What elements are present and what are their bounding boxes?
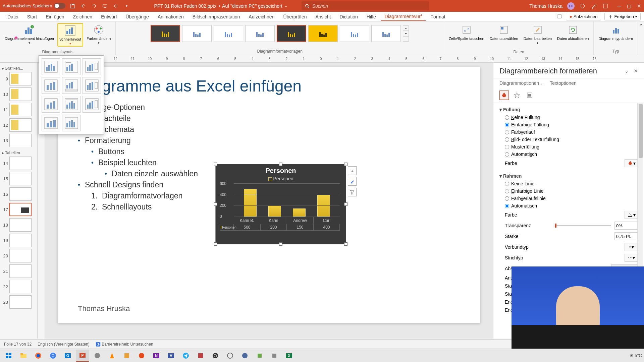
minimize-icon[interactable]: ─	[618, 3, 621, 9]
vlc-icon[interactable]	[105, 350, 119, 362]
chart-style-8[interactable]	[371, 25, 401, 42]
outlook-icon[interactable]: O	[61, 350, 74, 362]
weather-widget[interactable]: ☀ 5°C	[630, 353, 642, 358]
chart-style-5[interactable]	[277, 25, 306, 42]
visio-icon[interactable]: V	[164, 350, 178, 362]
border-solid-radio[interactable]: Einfarbige Linie	[499, 187, 638, 195]
gallery-more-icon[interactable]: ⋯	[403, 36, 409, 42]
chart-style-3[interactable]	[214, 25, 243, 42]
app-icon-2[interactable]	[120, 350, 133, 362]
slide-thumbnail-15[interactable]	[9, 172, 32, 185]
gallery-down-icon[interactable]: ▾	[403, 31, 409, 36]
slide-thumbnail-9[interactable]	[9, 72, 32, 85]
tab-uebergaenge[interactable]: Übergänge	[122, 13, 153, 21]
chart-style-4[interactable]	[245, 25, 275, 42]
quick-layout-5[interactable]	[62, 77, 80, 94]
switch-row-col-button[interactable]: Zeile/Spalte tauschen	[447, 23, 486, 41]
chart-style-2[interactable]	[182, 25, 212, 42]
bullet-item[interactable]: Farbschemata	[78, 124, 460, 135]
slide-thumbnail-11[interactable]	[9, 103, 32, 116]
language-indicator[interactable]: Englisch (Vereinigte Staaten)	[38, 342, 90, 347]
chart-style-6[interactable]	[308, 25, 338, 42]
chart-style-7[interactable]	[340, 25, 369, 42]
chart-bar[interactable]	[268, 205, 281, 217]
tab-ueberpruefen[interactable]: Überprüfen	[279, 13, 311, 21]
chart-elements-button[interactable]: +	[348, 166, 357, 175]
title-dropdown-icon[interactable]: ⌄	[284, 4, 287, 8]
chart-title[interactable]: Personen	[216, 164, 346, 176]
slide-thumbnails-panel[interactable]: ▸ Grafiken... 910111213▸ Tabellen1415161…	[0, 63, 38, 339]
quick-layout-2[interactable]	[62, 58, 80, 75]
border-none-radio[interactable]: Keine Linie	[499, 180, 638, 187]
chart-styles-button[interactable]	[348, 177, 357, 186]
slide-thumbnail-18[interactable]	[9, 218, 32, 232]
width-input[interactable]	[614, 232, 638, 240]
slide-thumbnail-10[interactable]	[9, 87, 32, 101]
fill-line-icon[interactable]	[499, 90, 509, 100]
slide-thumbnail-23[interactable]	[9, 295, 32, 309]
chart-legend[interactable]: Personen	[216, 176, 346, 183]
fill-color-button[interactable]: ▾	[625, 159, 638, 167]
close-icon[interactable]: ✕	[637, 3, 641, 9]
pane-close-icon[interactable]: ✕	[634, 68, 638, 74]
text-options-tab[interactable]: Textoptionen	[550, 80, 576, 86]
slide-editor[interactable]: Diagramme aus Excel einfügen Einfüge-Opt…	[45, 63, 493, 339]
quick-layout-1[interactable]	[42, 58, 60, 75]
fill-none-radio[interactable]: Keine Füllung	[499, 114, 638, 121]
bullet-item[interactable]: Einfüge-Optionen	[78, 102, 460, 113]
quick-layout-3[interactable]	[83, 58, 101, 75]
bullet-item[interactable]: Formatierung	[78, 135, 460, 146]
effects-icon[interactable]	[512, 90, 522, 100]
tab-hilfe[interactable]: Hilfe	[363, 13, 380, 21]
user-avatar[interactable]: TH	[567, 2, 575, 10]
edit-data-button[interactable]: Daten bearbeiten▾	[522, 23, 553, 45]
quick-layout-11[interactable]	[62, 115, 80, 131]
slide-thumbnail-20[interactable]	[9, 249, 32, 262]
border-section-header[interactable]: ▾ Rahmen	[499, 172, 638, 180]
chart-bar[interactable]	[293, 208, 306, 217]
transparency-input[interactable]	[614, 222, 638, 230]
select-data-button[interactable]: Daten auswählen	[488, 23, 520, 41]
autosave-control[interactable]: Automatisches Speichern	[3, 3, 65, 9]
redo-icon[interactable]	[91, 3, 98, 9]
save-icon[interactable]	[69, 3, 76, 9]
user-name[interactable]: Thomas Hruska	[529, 3, 562, 9]
pane-dropdown-icon[interactable]: ⌄	[625, 68, 629, 74]
search-input[interactable]	[312, 3, 426, 9]
window-icon[interactable]	[602, 3, 609, 9]
compound-type-button[interactable]: ≡▾	[625, 243, 638, 251]
quick-layout-6[interactable]	[83, 77, 101, 94]
slide-thumbnail-12[interactable]	[9, 118, 32, 132]
excel-icon[interactable]: X	[282, 350, 296, 362]
qat-more-icon[interactable]: ▾	[123, 3, 130, 9]
firefox-icon[interactable]	[32, 350, 45, 362]
tab-diagrammentwurf[interactable]: Diagrammentwurf	[381, 12, 426, 21]
tab-datei[interactable]: Datei	[3, 13, 22, 21]
fill-section-header[interactable]: ▾ Füllung	[499, 106, 638, 114]
fill-picture-radio[interactable]: Bild- oder Texturfüllung	[499, 136, 638, 143]
change-chart-type-button[interactable]: Diagrammtyp ändern	[597, 23, 634, 41]
bullet-item[interactable]: Buttons	[78, 146, 460, 157]
section-tables[interactable]: ▸ Tabellen	[1, 149, 36, 157]
size-properties-icon[interactable]	[525, 90, 534, 100]
pen-icon[interactable]	[591, 3, 597, 9]
slide-title[interactable]: Diagramme aus Excel einfügen	[78, 77, 460, 95]
slide-thumbnail-17[interactable]	[9, 203, 32, 216]
tab-animationen[interactable]: Animationen	[154, 13, 188, 21]
tab-einfuegen[interactable]: Einfügen	[42, 13, 68, 21]
quick-layout-10[interactable]	[42, 115, 60, 131]
add-chart-element-button[interactable]: + Diagrammelement hinzufügen ▾	[3, 23, 55, 45]
quick-layout-7[interactable]	[42, 96, 60, 113]
app-icon-7[interactable]	[253, 350, 266, 362]
touch-icon[interactable]	[112, 3, 119, 9]
telegram-icon[interactable]	[179, 350, 193, 362]
chrome-icon[interactable]	[46, 350, 60, 362]
chart-plot-area[interactable]: 0200400600	[234, 183, 340, 217]
tab-bildschirm[interactable]: Bildschirmpräsentation	[189, 13, 244, 21]
record-button[interactable]: ●Aufzeichnen	[566, 13, 601, 20]
comments-icon[interactable]	[556, 14, 562, 20]
transparency-slider[interactable]	[555, 225, 611, 226]
ribbon-collapse-icon[interactable]: ⌃	[638, 22, 644, 55]
chart-style-1[interactable]	[151, 25, 180, 42]
fill-pattern-radio[interactable]: Musterfüllung	[499, 143, 638, 150]
